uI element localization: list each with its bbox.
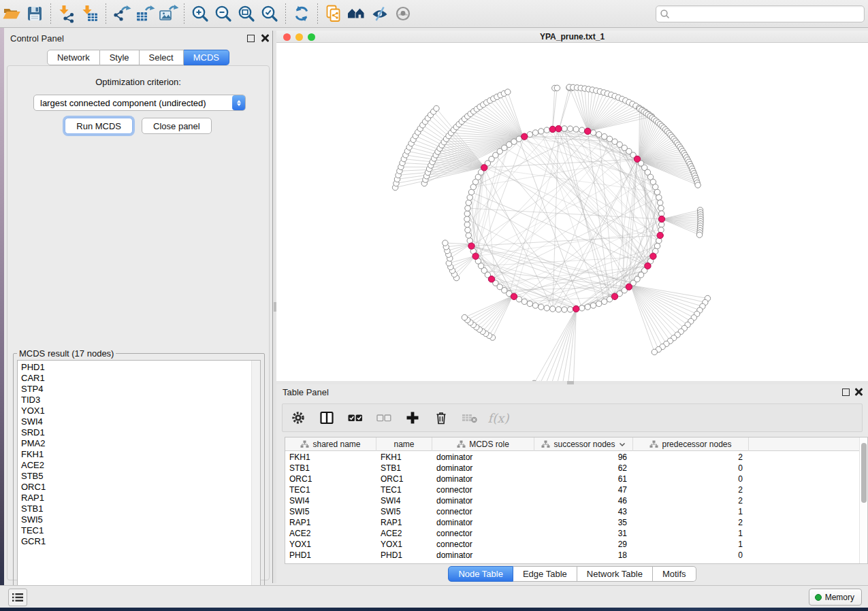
network-node[interactable] (466, 200, 471, 205)
memory-button[interactable]: Memory (809, 589, 862, 606)
import-network-button[interactable] (55, 3, 78, 24)
network-node[interactable] (652, 349, 657, 354)
network-node[interactable] (462, 314, 467, 320)
close-panel-button[interactable]: Close panel (142, 118, 212, 134)
network-canvas[interactable] (276, 43, 868, 381)
network-node[interactable] (567, 307, 573, 312)
mcds-result-item[interactable]: ORC1 (18, 482, 251, 493)
mcds-result-item[interactable]: YOX1 (18, 406, 251, 416)
network-node[interactable] (465, 205, 470, 211)
mcds-result-item[interactable]: GCR1 (18, 536, 251, 547)
mcds-result-item[interactable]: STP4 (18, 384, 251, 395)
mcds-node[interactable] (481, 165, 487, 171)
network-node[interactable] (544, 127, 549, 133)
mcds-node[interactable] (549, 126, 556, 132)
table-row[interactable]: YOX1YOX1connector291 (285, 539, 859, 550)
network-node[interactable] (554, 85, 560, 90)
network-node[interactable] (602, 299, 607, 304)
zoom-fit-button[interactable] (235, 3, 258, 24)
open-session-button[interactable] (0, 3, 23, 24)
import-table-button[interactable] (78, 3, 101, 24)
table-row[interactable]: RAP1RAP1dominator352 (285, 517, 859, 528)
mcds-result-item[interactable]: SWI4 (18, 416, 251, 427)
mcds-result-item[interactable]: STB5 (18, 471, 251, 482)
mcds-node[interactable] (511, 293, 517, 299)
tab-select[interactable]: Select (140, 50, 184, 65)
network-node[interactable] (656, 195, 662, 200)
network-node[interactable] (532, 130, 538, 135)
mcds-result-item[interactable]: CAR1 (18, 373, 251, 384)
column-header-shared-name[interactable]: shared name (285, 437, 376, 451)
network-node[interactable] (567, 126, 573, 131)
network-node[interactable] (466, 233, 471, 238)
mcds-node[interactable] (626, 284, 632, 290)
mcds-node[interactable] (658, 216, 664, 222)
save-session-button[interactable] (23, 3, 46, 24)
network-node[interactable] (539, 304, 544, 310)
network-node[interactable] (464, 211, 470, 216)
search-input[interactable] (671, 7, 864, 21)
network-node[interactable] (585, 304, 590, 310)
close-panel-icon[interactable] (854, 388, 863, 396)
network-node[interactable] (590, 130, 596, 135)
show-panels-button[interactable] (8, 589, 27, 606)
network-node[interactable] (556, 307, 561, 312)
add-column-button[interactable] (404, 409, 421, 427)
mcds-node[interactable] (657, 232, 663, 238)
list-scrollbar[interactable] (251, 361, 260, 599)
mcds-result-item[interactable]: SRD1 (18, 427, 251, 438)
share-document-button[interactable] (322, 3, 345, 24)
table-row[interactable]: ACE2ACE2connector311 (285, 528, 859, 539)
mcds-result-item[interactable]: SWI5 (18, 514, 251, 525)
close-panel-icon[interactable] (261, 34, 269, 42)
zoom-in-button[interactable] (189, 3, 212, 24)
scrollbar-thumb[interactable] (861, 443, 867, 503)
select-all-rows-button[interactable] (347, 409, 364, 427)
mcds-result-item[interactable]: STB1 (18, 503, 251, 514)
network-node[interactable] (579, 127, 585, 133)
mcds-node[interactable] (521, 133, 528, 139)
hide-selected-button[interactable] (368, 3, 391, 24)
mcds-result-item[interactable]: RAP1 (18, 493, 251, 503)
table-row[interactable]: TEC1TEC1connector472 (285, 484, 859, 495)
column-header-MCDS-role[interactable]: MCDS role (432, 437, 534, 451)
network-node[interactable] (527, 301, 532, 306)
column-header-predecessor-nodes[interactable]: predecessor nodes (633, 437, 749, 451)
run-mcds-button[interactable]: Run MCDS (65, 118, 133, 134)
zoom-selected-button[interactable] (258, 3, 281, 24)
network-node[interactable] (658, 200, 663, 205)
tab-network[interactable]: Network (47, 50, 100, 65)
table-row[interactable]: PHD1PHD1dominator180 (285, 550, 859, 561)
network-node[interactable] (596, 131, 602, 137)
export-table-button[interactable] (133, 3, 157, 24)
network-node[interactable] (602, 134, 607, 139)
table-row[interactable]: SWI5SWI5connector431 (285, 506, 859, 517)
network-node[interactable] (544, 306, 549, 311)
mcds-result-item[interactable]: FKH1 (18, 449, 251, 460)
column-header-successor-nodes[interactable]: successor nodes (534, 437, 633, 451)
network-node[interactable] (696, 232, 702, 237)
mcds-result-item[interactable]: PHD1 (18, 362, 251, 373)
table-row[interactable]: STB1STB1dominator620 (285, 463, 859, 474)
optimization-criterion-select[interactable]: largest connected component (undirected) (33, 95, 246, 111)
mcds-node[interactable] (472, 253, 479, 259)
float-panel-icon[interactable] (842, 389, 850, 396)
mcds-node[interactable] (468, 243, 475, 249)
mcds-node[interactable] (645, 263, 651, 269)
show-hidden-button[interactable] (391, 3, 415, 24)
tab-node-table[interactable]: Node Table (448, 566, 513, 582)
tab-mcds[interactable]: MCDS (184, 50, 229, 65)
tab-edge-table[interactable]: Edge Table (513, 566, 577, 582)
network-node[interactable] (596, 301, 602, 306)
network-node[interactable] (654, 189, 660, 195)
export-network-button[interactable] (110, 3, 133, 24)
mcds-result-item[interactable]: PMA2 (18, 438, 251, 449)
network-node[interactable] (573, 127, 579, 132)
mcds-result-item[interactable]: TEC1 (18, 525, 251, 536)
table-row[interactable]: SWI4SWI4dominator462 (285, 495, 859, 506)
delete-column-button[interactable] (432, 409, 450, 427)
network-node[interactable] (539, 129, 544, 134)
network-node[interactable] (443, 240, 448, 246)
column-header-name[interactable]: name (376, 437, 432, 451)
network-node[interactable] (658, 227, 664, 233)
